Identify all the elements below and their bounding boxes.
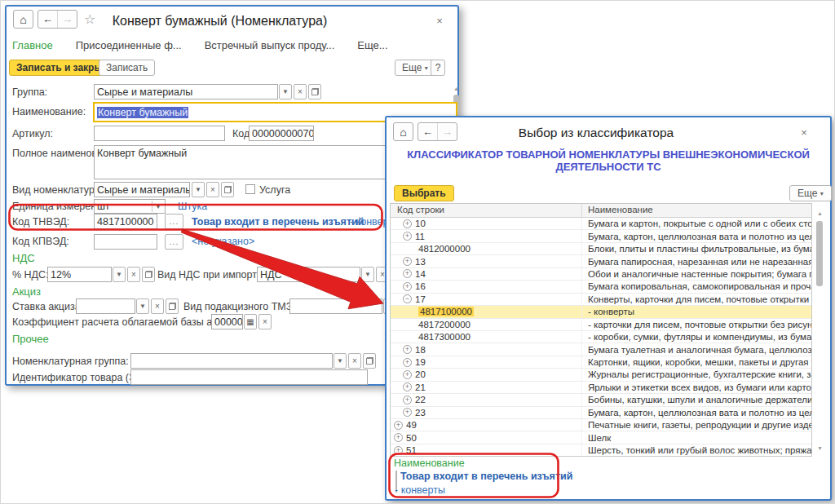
excise-rate-clear-button[interactable]: × bbox=[151, 298, 164, 314]
tnved-field[interactable]: 4817100000 bbox=[94, 214, 157, 229]
excise-rate-dropdown-button[interactable]: ▼ bbox=[136, 298, 149, 314]
service-checkbox[interactable] bbox=[245, 184, 255, 194]
table-row[interactable]: +49Печатные книги, газеты, репродукции и… bbox=[391, 419, 811, 431]
select-button[interactable]: Выбрать bbox=[394, 185, 454, 201]
table-row[interactable]: +18Бумага туалетная и аналогичная бумага… bbox=[391, 343, 811, 356]
kpved-not-set-link[interactable]: <не указано> bbox=[192, 236, 254, 247]
save-button[interactable]: Записать bbox=[99, 60, 155, 76]
tab-attached-files[interactable]: Присоединенные ф... bbox=[76, 39, 182, 51]
row-code: 16 bbox=[415, 281, 426, 291]
vat-import-field[interactable]: НДС bbox=[257, 267, 360, 282]
tab-main[interactable]: Главное bbox=[12, 39, 53, 51]
table-row[interactable]: +21Ярлыки и этикетки всех видов, из бума… bbox=[391, 382, 811, 394]
vat-import-dropdown-button[interactable]: ▼ bbox=[361, 267, 374, 282]
expand-icon[interactable]: + bbox=[403, 382, 412, 391]
expand-icon[interactable]: + bbox=[403, 408, 412, 417]
scroll-down-icon[interactable]: ▼ bbox=[817, 445, 823, 451]
table-row[interactable]: +20Журналы регистрационные, бухгалтерски… bbox=[391, 369, 811, 381]
code-field[interactable]: 00000000070 bbox=[249, 126, 314, 141]
expand-icon[interactable]: + bbox=[403, 219, 412, 228]
vat-percent-open-button[interactable] bbox=[142, 267, 155, 282]
excise-coef-field[interactable]: 000000 bbox=[211, 314, 243, 329]
table-row[interactable]: +23Бумага, картон, целлюлозная вата и по… bbox=[391, 407, 811, 419]
unit-combo[interactable]: шт ▼ bbox=[94, 199, 166, 214]
table-scrollbar[interactable] bbox=[816, 221, 823, 286]
more-button[interactable]: Еще ▾ bbox=[395, 60, 435, 76]
nomgroup-dropdown-button[interactable]: ▼ bbox=[334, 353, 347, 369]
chevron-down-icon[interactable]: ▼ bbox=[152, 201, 164, 212]
close-icon[interactable]: × bbox=[434, 15, 445, 27]
vat-percent-clear-button[interactable]: × bbox=[127, 267, 140, 282]
scroll-up-icon[interactable]: ▲ bbox=[817, 210, 823, 216]
expand-icon[interactable]: + bbox=[394, 433, 403, 442]
expand-icon[interactable]: + bbox=[403, 396, 412, 405]
table-row[interactable]: +13Бумага папиросная, нарезанная или не … bbox=[391, 255, 811, 267]
table-row[interactable]: +10Бумага и картон, покрытые с одной или… bbox=[391, 218, 811, 230]
row-name: Бумага папиросная, нарезанная или не нар… bbox=[582, 255, 811, 267]
expand-icon[interactable]: + bbox=[403, 370, 412, 379]
table-row[interactable]: +22Бобины, катушки, шпули и аналогичные … bbox=[391, 394, 811, 406]
table-row[interactable]: +19Картонки, ящики, коробки, мешки, паке… bbox=[391, 356, 811, 369]
kind-clear-button[interactable]: × bbox=[206, 182, 219, 197]
collapse-icon[interactable]: − bbox=[403, 294, 412, 303]
tab-counter-output[interactable]: Встречный выпуск проду... bbox=[205, 39, 335, 51]
table-row[interactable]: 4817300000- коробки, сумки, футляры и ко… bbox=[391, 331, 811, 343]
row-code: 4817100000 bbox=[418, 307, 474, 316]
group-label: Группа: bbox=[12, 86, 47, 98]
tnved-picker-button[interactable]: ... bbox=[165, 214, 183, 229]
row-name: Шелк bbox=[582, 431, 811, 443]
row-name: Бобины, катушки, шпули и аналогичные дер… bbox=[582, 394, 811, 405]
table-row[interactable]: 4817100000- конверты bbox=[391, 306, 811, 318]
row-name: Бумага и картон, покрытые с одной или с … bbox=[582, 218, 811, 229]
vat-percent-field[interactable]: 12% bbox=[47, 267, 112, 282]
table-row[interactable]: +50Шелк bbox=[391, 431, 811, 444]
excise-tmz-field[interactable] bbox=[289, 298, 382, 314]
table-row[interactable]: +14Обои и аналогичные настенные покрытия… bbox=[391, 268, 811, 281]
table-row[interactable]: 4812000000Блоки, плиты и пластины фильтр… bbox=[391, 243, 811, 255]
expand-icon[interactable]: + bbox=[403, 232, 412, 241]
table-row[interactable]: +16Бумага копировальная, самокопировальн… bbox=[391, 281, 811, 293]
excise-coef-clear-button[interactable]: × bbox=[258, 314, 272, 329]
table-row[interactable]: 4817200000- карточки для писем, почтовые… bbox=[391, 319, 811, 331]
column-header-name[interactable]: Наименование bbox=[582, 204, 811, 217]
article-field[interactable] bbox=[94, 126, 225, 141]
nomgroup-open-button[interactable] bbox=[363, 353, 376, 369]
esf-field[interactable] bbox=[130, 369, 368, 385]
expand-icon[interactable]: + bbox=[394, 421, 403, 430]
nomgroup-field[interactable] bbox=[130, 353, 333, 369]
footer-envelope-link[interactable]: - конверты bbox=[395, 484, 445, 496]
group-open-button[interactable] bbox=[308, 84, 321, 99]
tab-more[interactable]: Еще... bbox=[357, 39, 387, 51]
kind-open-button[interactable] bbox=[221, 182, 234, 197]
table-row[interactable]: +11Бумага, картон, целлюлозная вата и по… bbox=[391, 230, 811, 242]
close-icon[interactable]: × bbox=[798, 127, 810, 139]
nomgroup-clear-button[interactable]: × bbox=[348, 353, 361, 369]
vat-percent-dropdown-button[interactable]: ▼ bbox=[113, 267, 126, 282]
chevron-down-icon: ▾ bbox=[820, 190, 824, 197]
group-field[interactable]: Сырье и материалы bbox=[94, 84, 278, 99]
unit-link[interactable]: Штука bbox=[178, 201, 207, 212]
row-name: Шерсть, тонкий или грубый волос животных… bbox=[582, 444, 811, 456]
expand-icon[interactable]: + bbox=[403, 257, 412, 266]
excise-coef-calc-button[interactable]: ▦ bbox=[244, 314, 257, 329]
kind-dropdown-button[interactable]: ▼ bbox=[192, 182, 205, 197]
group-clear-button[interactable]: × bbox=[294, 84, 307, 99]
more-button[interactable]: Еще ▾ bbox=[789, 185, 832, 201]
expand-icon[interactable]: + bbox=[394, 446, 403, 455]
kpved-field[interactable] bbox=[94, 234, 157, 250]
expand-icon[interactable]: + bbox=[403, 345, 412, 354]
table-row[interactable]: −17Конверты, карточки для писем, почтовы… bbox=[391, 294, 811, 306]
expand-icon[interactable]: + bbox=[403, 358, 412, 367]
group-dropdown-button[interactable]: ▼ bbox=[279, 84, 292, 99]
excise-rate-open-button[interactable] bbox=[166, 298, 179, 314]
column-header-code[interactable]: Код строки bbox=[391, 204, 582, 217]
help-button[interactable]: ? bbox=[431, 60, 445, 76]
row-name: Журналы регистрационные, бухгалтерские к… bbox=[582, 369, 811, 380]
kpved-picker-button[interactable]: ... bbox=[165, 234, 183, 250]
table-row[interactable]: +51Шерсть, тонкий или грубый волос живот… bbox=[391, 444, 811, 457]
excise-rate-field[interactable] bbox=[76, 298, 135, 314]
expand-icon[interactable]: + bbox=[403, 282, 412, 291]
scroll-up-icon[interactable]: ▲ bbox=[453, 86, 459, 91]
expand-icon[interactable]: + bbox=[403, 269, 412, 278]
kind-field[interactable]: Сырье и материалы bbox=[94, 182, 190, 197]
